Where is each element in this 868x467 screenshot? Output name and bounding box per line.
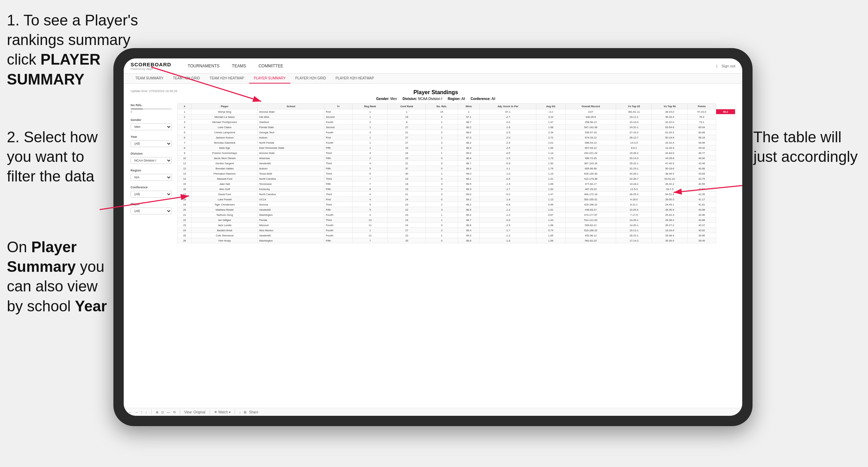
table-row[interactable]: 15Jake HallTennesseeFifth718068.5-1.51.6… — [178, 181, 735, 187]
toolbar-sep3 — [210, 410, 210, 414]
toolbar-up[interactable]: ↑ — [141, 410, 143, 414]
table-row[interactable]: 1Wenyi DingArizona StateFirst1115167.1-3… — [178, 109, 735, 114]
nav-item-teams[interactable]: TEAMS — [226, 58, 252, 74]
table-row[interactable]: 25Cole SherwoodVanderbiltFourth1223169.3… — [178, 233, 735, 238]
table-row[interactable]: 14Maxwell FordNorth CarolinaThird723069.… — [178, 176, 735, 181]
main-content: Update time: 27/03/2024 16:56:26 Player … — [124, 84, 742, 408]
table-row[interactable]: 20Matthew RiedelVanderbiltFifth522368.5-… — [178, 207, 735, 212]
toolbar-share[interactable]: Share — [249, 410, 258, 414]
toolbar-view-original[interactable]: View: Original — [184, 410, 205, 414]
table-row[interactable]: 19Tiger ChristensenArizonaThird523269.2-… — [178, 202, 735, 207]
table-row[interactable]: 24Bastien AmatNew MexicoFourth127269.4-1… — [178, 228, 735, 233]
player-label: Player — [131, 202, 172, 206]
col-vs-top50: Vs Top 50 — [652, 104, 688, 109]
toolbar-view-circle[interactable]: ⊙ — [161, 410, 164, 414]
table-header: # Player School Yr Reg Rank Conf Rank No… — [178, 104, 735, 109]
nav-item-committee[interactable]: COMMITTEE — [252, 58, 289, 74]
gender-label: Gender — [131, 118, 172, 122]
division-section: Division NCAA Division I — [131, 152, 172, 164]
table-row[interactable]: 22Ian GilliganFloridaThird1024168.7-0.91… — [178, 218, 735, 223]
table-row[interactable]: 11Gordon SargentVanderbiltThird421068.7-… — [178, 161, 735, 166]
table-row[interactable]: 7Nicholas GabrelcikNorth FloridaFourth12… — [178, 140, 735, 145]
table-row[interactable]: 12Brendan ValdesAuburnFifth537068.4-1.11… — [178, 166, 735, 171]
tablet-screen: SCOREBOARD Powered by clippit TOURNAMENT… — [124, 58, 742, 416]
table-row[interactable]: 26Petr HrubyWashingtonFifth725068.6-1.81… — [178, 238, 735, 243]
table-row[interactable]: 9Preston SummerhaysArizona StateThird324… — [178, 151, 735, 156]
page-layout: No Rds. 0 Gender Men Year — [131, 103, 735, 399]
subnav-player-h2h-heatmap[interactable]: PLAYER H2H HEATMAP — [331, 74, 379, 84]
nav-separator: | — [716, 64, 717, 68]
annotation-step4: On PlayerSummary youcan also viewby scho… — [7, 237, 107, 316]
filters-row: Gender: Men Division: NCAA Division I Re… — [177, 97, 694, 101]
table-row[interactable]: 16Alex GoffKentuckyFifth819068.3-1.71.92… — [178, 187, 735, 192]
subnav-player-h2h-grid[interactable]: PLAYER H2H GRID — [290, 74, 331, 84]
no-rds-label: No Rds. — [131, 103, 172, 107]
no-rds-slider-value: 0 — [131, 110, 172, 113]
table-row[interactable]: 4Luke ClatonFlorida StateSecond127268.2-… — [178, 125, 735, 130]
content-header-left: Update time: 27/03/2024 16:56:26 — [131, 89, 177, 94]
table-row[interactable]: 5Christo LamprechtGeorgia TechFourth2212… — [178, 130, 735, 135]
toolbar-grid[interactable]: ⊞ — [244, 410, 246, 414]
col-no-rds: No. Rds. — [426, 104, 458, 109]
table-row[interactable]: 23Jack LundinMissouriFourth1124068.6-2.3… — [178, 223, 735, 228]
table-row[interactable]: 21Taehoon SongWashingtonFourth423169.2-1… — [178, 212, 735, 218]
subnav-team-h2h-heatmap[interactable]: TEAM H2H HEATMAP — [205, 74, 249, 84]
toolbar-refresh[interactable]: ⟲ — [173, 410, 176, 414]
update-time-label: Update time: — [131, 89, 148, 93]
no-rds-section: No Rds. 0 — [131, 103, 172, 113]
region-select[interactable]: N/A — [131, 174, 172, 181]
toolbar-sep4 — [235, 410, 235, 414]
toolbar-down[interactable]: ↓ — [145, 410, 147, 414]
conference-filter: Conference: All — [471, 97, 496, 101]
col-player: Player — [192, 104, 258, 109]
toolbar-dash[interactable]: — — [167, 410, 170, 414]
division-filter: Division: NCAA Division I — [402, 97, 442, 101]
table-row[interactable]: 18Luke PowellUCLAFirst424069.1-1.81.1350… — [178, 197, 735, 202]
sign-out-link[interactable]: Sign out — [722, 64, 735, 68]
col-rank: # — [178, 104, 192, 109]
gender-select[interactable]: Men — [131, 123, 172, 130]
player-select[interactable]: (All) — [131, 208, 172, 214]
nav-item-tournaments[interactable]: TOURNAMENTS — [181, 58, 225, 74]
update-time-value: 27/03/2024 16:56:26 — [149, 89, 178, 93]
gender-section: Gender Men — [131, 118, 172, 130]
left-panel: No Rds. 0 Gender Men Year — [131, 103, 172, 399]
subnav-team-h2h-grid[interactable]: TEAM H2H GRID — [168, 74, 205, 84]
col-school: School — [258, 104, 324, 109]
toolbar-back[interactable]: ← — [129, 410, 132, 414]
table-row[interactable]: 10Jacob Skov OlesenArkansasFifth223068.4… — [178, 156, 735, 161]
col-avg-sg: Avg SG — [536, 104, 565, 109]
subnav-player-summary[interactable]: PLAYER SUMMARY — [249, 74, 290, 84]
toolbar-sep1 — [151, 410, 152, 414]
toolbar-download[interactable]: ↓ — [239, 410, 241, 414]
nav-right: | Sign out — [716, 64, 735, 68]
no-rds-slider-track — [131, 108, 172, 110]
sub-nav: TEAM SUMMARY TEAM H2H GRID TEAM H2H HEAT… — [124, 74, 742, 84]
year-select[interactable]: (All) — [131, 140, 172, 147]
annotation-step3: 3. The table willadjust accordingly — [737, 127, 858, 166]
logo-area: SCOREBOARD Powered by clippit — [131, 62, 171, 70]
division-select[interactable]: NCAA Division I — [131, 157, 172, 164]
toolbar-add[interactable]: ⊕ — [156, 410, 158, 414]
col-wins: Wins — [458, 104, 480, 109]
table-row[interactable]: 3Michael ThorbjornsenStanfordFourth28168… — [178, 120, 735, 125]
table-row[interactable]: 2Michael La SassoOle MissSecond118067.1-… — [178, 114, 735, 120]
table-container: # Player School Yr Reg Rank Conf Rank No… — [177, 103, 735, 399]
table-row[interactable]: 17David FordNorth CarolinaThird421069.0-… — [178, 192, 735, 197]
annotation-step2-text: 2. Select howyou want tofilter the data — [7, 129, 98, 185]
annotation-step2: 2. Select howyou want tofilter the data — [7, 127, 98, 186]
table-row[interactable]: 6Jackson KoivunAuburnFirst127167.3-2.02.… — [178, 135, 735, 140]
table-row[interactable]: 8Mats EgeEast Tennessee StateFifth124268… — [178, 145, 735, 151]
logo-sub: Powered by clippit — [131, 67, 171, 70]
subnav-team-summary[interactable]: TEAM SUMMARY — [131, 74, 168, 84]
toolbar-watch[interactable]: 👁 Watch ▾ — [214, 410, 231, 414]
toolbar-forward[interactable]: → — [135, 410, 138, 414]
col-yr: Yr — [324, 104, 353, 109]
table-row[interactable]: 13Phichaksn MaichonTexas A&MThird630169.… — [178, 171, 735, 176]
bottom-toolbar: ← → ↑ ↓ ⊕ ⊙ — ⟲ View: Original 👁 Watch ▾… — [124, 408, 742, 416]
division-label: Division — [131, 152, 172, 155]
player-section: Player (All) — [131, 202, 172, 214]
no-rds-slider-fill — [131, 108, 143, 110]
year-label: Year — [131, 135, 172, 138]
conference-select[interactable]: (All) — [131, 191, 172, 198]
